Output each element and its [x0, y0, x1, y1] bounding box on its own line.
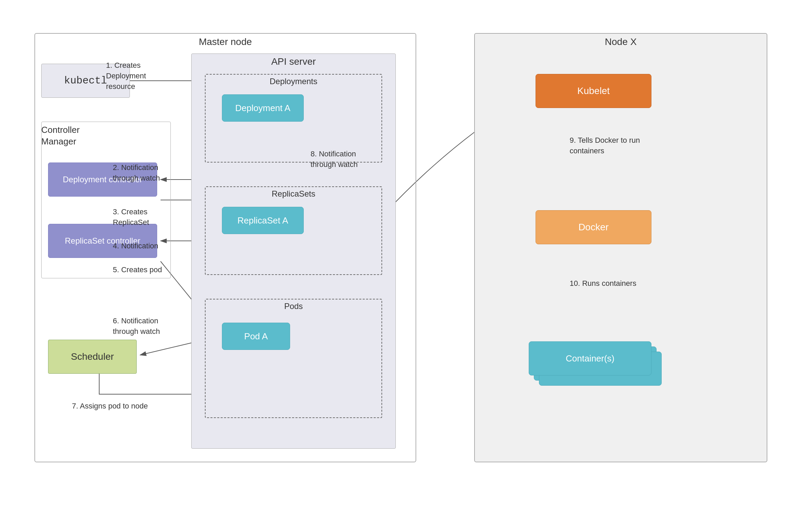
kubelet-box: Kubelet [536, 74, 651, 108]
pods-box [205, 299, 382, 418]
scheduler-box: Scheduler [48, 340, 137, 374]
deployment-a-box: Deployment A [222, 94, 304, 122]
step3-label: 3. Creates ReplicaSet [113, 207, 174, 228]
containers-label: Container(s) [566, 353, 614, 364]
step5-label: 5. Creates pod [113, 265, 174, 275]
diagram-container: Master node Node X kubectl 1. Creates De… [31, 19, 781, 490]
step6-label: 6. Notification through watch [113, 316, 174, 337]
pod-a-box: Pod A [222, 323, 290, 350]
pod-a-label: Pod A [244, 331, 268, 342]
step2-label: 2. Notification through watch [113, 163, 174, 184]
kubectl-label: kubectl [64, 75, 107, 87]
replicasets-label: ReplicaSets [205, 189, 382, 199]
step9-label: 9. Tells Docker to run containers [570, 135, 665, 156]
replicaset-a-label: ReplicaSet A [238, 215, 288, 226]
controller-manager-label: Controller Manager [41, 124, 106, 148]
api-server-label: API server [191, 56, 396, 67]
deployments-label: Deployments [205, 77, 382, 86]
step1-label: 1. Creates Deployment resource [106, 60, 174, 92]
kubelet-label: Kubelet [577, 86, 610, 96]
step10-label: 10. Runs containers [570, 278, 665, 289]
node-x-label: Node X [474, 36, 767, 47]
docker-label: Docker [578, 222, 609, 233]
pods-label: Pods [205, 302, 382, 311]
replicaset-a-box: ReplicaSet A [222, 207, 304, 234]
step4-label: 4. Notification [113, 241, 174, 251]
deployment-a-label: Deployment A [235, 103, 290, 113]
scheduler-label: Scheduler [71, 351, 114, 362]
docker-box: Docker [536, 210, 651, 244]
containers-main: Container(s) [529, 341, 651, 375]
step7-label: 7. Assigns pod to node [72, 401, 181, 412]
step8-label: 8. Notification through watch [311, 149, 379, 170]
master-node-label: Master node [34, 36, 416, 47]
